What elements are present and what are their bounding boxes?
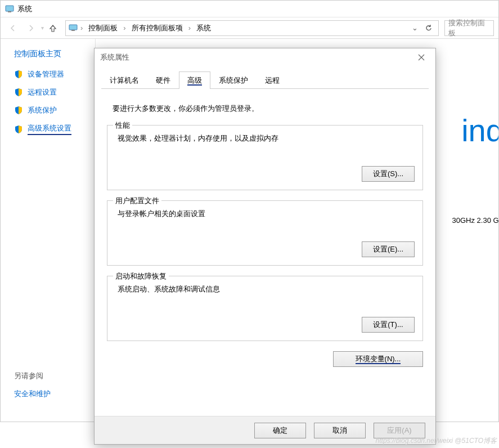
address-bar[interactable]: › 控制面板 › 所有控制面板项 › 系统 ⌄: [65, 20, 439, 36]
sidebar-item-system-protection[interactable]: 系统保护: [14, 105, 93, 115]
breadcrumb-item-0[interactable]: 控制面板: [85, 22, 121, 34]
monitor-icon: [68, 23, 78, 33]
svg-rect-3: [71, 30, 75, 31]
sidebar-item-label: 系统保护: [28, 105, 57, 115]
shield-icon: [14, 70, 23, 79]
tab-system-protection[interactable]: 系统保护: [210, 71, 257, 89]
settings-profiles-button[interactable]: 设置(E)...: [362, 241, 415, 257]
tab-hardware[interactable]: 硬件: [147, 71, 179, 89]
dialog-title: 系统属性: [100, 52, 129, 62]
shield-icon: [14, 125, 23, 134]
refresh-button[interactable]: [421, 21, 436, 35]
group-desc: 视觉效果，处理器计划，内存使用，以及虚拟内存: [118, 133, 415, 144]
system-icon: [5, 5, 14, 14]
settings-startup-button[interactable]: 设置(T)...: [362, 317, 415, 333]
sidebar-item-device-manager[interactable]: 设备管理器: [14, 69, 93, 79]
group-desc: 系统启动、系统故障和调试信息: [118, 284, 415, 294]
dialog-body: 要进行大多数更改，你必须作为管理员登录。 性能 视觉效果，处理器计划，内存使用，…: [95, 89, 435, 378]
cancel-button[interactable]: 取消: [314, 423, 366, 438]
dropdown-icon[interactable]: ⌄: [410, 24, 420, 32]
group-label: 性能: [113, 120, 132, 131]
sidebar-item-label: 远程设置: [28, 87, 57, 97]
cpu-specs: 30GHz 2.30 GH: [452, 216, 499, 225]
group-startup-recovery: 启动和故障恢复 系统启动、系统故障和调试信息 设置(T)...: [107, 276, 423, 341]
tabs: 计算机名 硬件 高级 系统保护 远程: [101, 71, 429, 89]
sidebar-item-label: 设备管理器: [28, 69, 64, 79]
breadcrumb-item-2[interactable]: 系统: [193, 22, 214, 34]
sidebar-item-advanced[interactable]: 高级系统设置: [14, 123, 93, 135]
up-button[interactable]: [46, 21, 60, 35]
chevron-right-icon: ›: [79, 24, 84, 32]
dialog-titlebar: 系统属性: [95, 48, 435, 66]
tab-advanced[interactable]: 高级: [179, 71, 210, 89]
environment-variables-button[interactable]: 环境变量(N)...: [333, 351, 423, 367]
svg-rect-2: [69, 25, 77, 30]
sidebar: 控制面板主页 设备管理器 远程设置 系统保护 高级系统设置 另请参阅 安全和维护: [1, 39, 95, 422]
tab-computer-name[interactable]: 计算机名: [101, 71, 147, 89]
window-titlebar: 系统: [1, 1, 498, 17]
tab-remote[interactable]: 远程: [257, 71, 288, 89]
back-button[interactable]: [5, 20, 21, 36]
breadcrumb-item-1[interactable]: 所有控制面板项: [128, 22, 186, 34]
svg-rect-0: [6, 6, 14, 11]
group-performance: 性能 视觉效果，处理器计划，内存使用，以及虚拟内存 设置(S)...: [107, 125, 423, 190]
sidebar-footer-label: 另请参阅: [14, 371, 51, 381]
system-properties-dialog: 系统属性 计算机名 硬件 高级 系统保护 远程 要进行大多数更改，你必须作为管理…: [94, 48, 436, 445]
admin-message: 要进行大多数更改，你必须作为管理员登录。: [113, 104, 417, 114]
dialog-footer: 确定 取消 应用(A): [95, 416, 435, 444]
group-user-profiles: 用户配置文件 与登录帐户相关的桌面设置 设置(E)...: [107, 200, 423, 266]
chevron-right-icon: ›: [122, 24, 127, 32]
toolbar: ▾ › 控制面板 › 所有控制面板项 › 系统 ⌄ 搜索控制面板: [1, 17, 498, 39]
close-button[interactable]: [413, 49, 430, 66]
group-label: 启动和故障恢复: [113, 271, 169, 281]
group-desc: 与登录帐户相关的桌面设置: [118, 209, 415, 219]
shield-icon: [14, 106, 23, 115]
search-placeholder: 搜索控制面板: [448, 18, 490, 38]
window-title: 系统: [17, 4, 32, 14]
sidebar-item-remote[interactable]: 远程设置: [14, 87, 93, 97]
group-label: 用户配置文件: [113, 196, 161, 206]
svg-rect-1: [8, 11, 11, 12]
apply-button[interactable]: 应用(A): [374, 423, 425, 438]
settings-performance-button[interactable]: 设置(S)...: [362, 166, 415, 182]
forward-button[interactable]: [23, 20, 39, 36]
sidebar-footer-link[interactable]: 安全和维护: [14, 389, 51, 399]
windows-brand: indo: [461, 112, 498, 149]
shield-icon: [14, 88, 23, 97]
sidebar-item-label: 高级系统设置: [28, 123, 71, 135]
sidebar-title[interactable]: 控制面板主页: [14, 49, 93, 59]
ok-button[interactable]: 确定: [254, 423, 306, 438]
search-input[interactable]: 搜索控制面板: [444, 20, 494, 36]
chevron-right-icon: ›: [187, 24, 192, 32]
